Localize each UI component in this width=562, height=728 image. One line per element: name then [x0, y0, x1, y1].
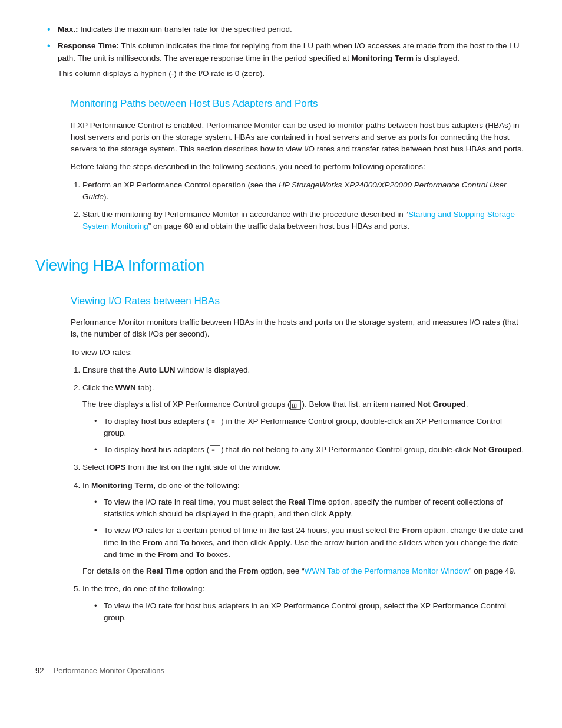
step5-bullet1: To view the I/O rate for host bus adapte…	[94, 600, 527, 624]
section2-step4: In Monitoring Term, do one of the follow…	[82, 480, 527, 578]
apply-bold1: Apply	[329, 509, 351, 518]
section2-para1: Performance Monitor monitors traffic bet…	[35, 317, 527, 341]
section1-heading: Monitoring Paths between Host Bus Adapte…	[35, 96, 527, 111]
section2-step2: Click the WWN tab). The tree displays a …	[82, 382, 527, 456]
step1-italic: HP StorageWorks XP24000/XP20000 Performa…	[82, 180, 507, 201]
bullet-response-label: Response Time:	[58, 41, 119, 50]
step2-bullets: To display host bus adapters () in the X…	[82, 416, 527, 456]
step2-bullet2: To display host bus adapters () that do …	[94, 444, 527, 456]
section1-step2: Start the monitoring by Performance Moni…	[82, 209, 527, 233]
not-grouped-bold: Not Grouped	[417, 400, 466, 409]
s2-step2-text: Click the WWN tab).	[82, 383, 154, 392]
section2-para2: To view I/O rates:	[35, 347, 527, 358]
to-bold2: To	[196, 550, 205, 559]
section1-para2: Before taking the steps described in the…	[35, 161, 527, 173]
section1-para1: If XP Performance Control is enabled, Pe…	[35, 120, 527, 156]
bullet-max-label: Max.:	[58, 25, 78, 34]
list-icon-2	[210, 445, 220, 454]
bullet-item-response: Response Time: This column indicates the…	[47, 40, 527, 80]
wwn-tab-link[interactable]: WWN Tab of the Performance Monitor Windo…	[304, 566, 469, 575]
page-footer: 92 Performance Monitor Operations	[35, 659, 527, 677]
top-bullet-list: Max.: Indicates the maximum transfer rat…	[35, 24, 527, 80]
section2-step1: Ensure that the Auto LUN window is displ…	[82, 364, 527, 376]
from-bold4: From	[239, 566, 259, 575]
step5-bullets: To view the I/O rate for host bus adapte…	[82, 600, 527, 624]
from-bold2: From	[143, 538, 163, 547]
page-content: Max.: Indicates the maximum transfer rat…	[35, 24, 527, 677]
footer-label: Performance Monitor Operations	[53, 665, 164, 677]
from-bold1: From	[402, 526, 422, 535]
s2-step1-text: Ensure that the Auto LUN window is displ…	[82, 365, 250, 374]
to-bold1: To	[180, 538, 190, 547]
bullet-max-text: Indicates the maximum transfer rate for …	[78, 25, 292, 34]
section1-step1: Perform an XP Performance Control operat…	[82, 179, 527, 203]
step4-bullet1: To view the I/O rate in real time, you m…	[94, 496, 527, 521]
section2-heading: Viewing I/O Rates between HBAs	[35, 294, 527, 309]
not-grouped-bold2: Not Grouped	[473, 445, 522, 454]
s2-step5-text: In the tree, do one of the following:	[82, 584, 204, 593]
real-time-bold2: Real Time	[146, 566, 184, 575]
starting-stopping-link[interactable]: Starting and Stopping Storage System Mon…	[82, 210, 515, 230]
monitor-window-link: Monitor Window	[412, 566, 469, 575]
s2-step2-subtext: The tree displays a list of XP Performan…	[82, 398, 527, 410]
from-bold3: From	[158, 550, 178, 559]
bullet-item-max: Max.: Indicates the maximum transfer rat…	[47, 24, 527, 35]
section1-steps: Perform an XP Performance Control operat…	[35, 179, 527, 233]
iops-bold: IOPS	[107, 463, 125, 472]
section2-steps: Ensure that the Auto LUN window is displ…	[35, 364, 527, 624]
chapter-heading: Viewing HBA Information	[35, 254, 527, 277]
footer-page-number: 92	[35, 665, 44, 677]
step4-bullet2: To view I/O rates for a certain period o…	[94, 525, 527, 561]
step2-text: Start the monitoring by Performance Moni…	[82, 210, 515, 230]
bullet-response-text: This column indicates the time for reply…	[58, 41, 520, 62]
monitoring-term-bold2: Monitoring Term	[91, 481, 154, 490]
auto-lun-bold: Auto LUN	[138, 365, 175, 374]
wwn-bold: WWN	[115, 383, 136, 392]
step1-text: Perform an XP Performance Control operat…	[82, 180, 507, 201]
s2-step4-text: In Monitoring Term, do one of the follow…	[82, 481, 240, 490]
s2-step3-text: Select IOPS from the list on the right s…	[82, 463, 280, 472]
step4-bullets: To view the I/O rate in real time, you m…	[82, 496, 527, 561]
grid-icon	[290, 400, 301, 410]
response-extra: This column displays a hyphen (-) if the…	[58, 68, 527, 80]
real-time-bold: Real Time	[289, 498, 326, 506]
list-icon-1	[210, 417, 220, 426]
step2-bullet1: To display host bus adapters () in the X…	[94, 416, 527, 440]
step4-extra: For details on the Real Time option and …	[82, 565, 527, 577]
section2-step3: Select IOPS from the list on the right s…	[82, 462, 527, 473]
monitoring-term-bold: Monitoring Term	[352, 54, 414, 62]
section2-step5: In the tree, do one of the following: To…	[82, 583, 527, 624]
apply-bold2: Apply	[268, 538, 290, 547]
